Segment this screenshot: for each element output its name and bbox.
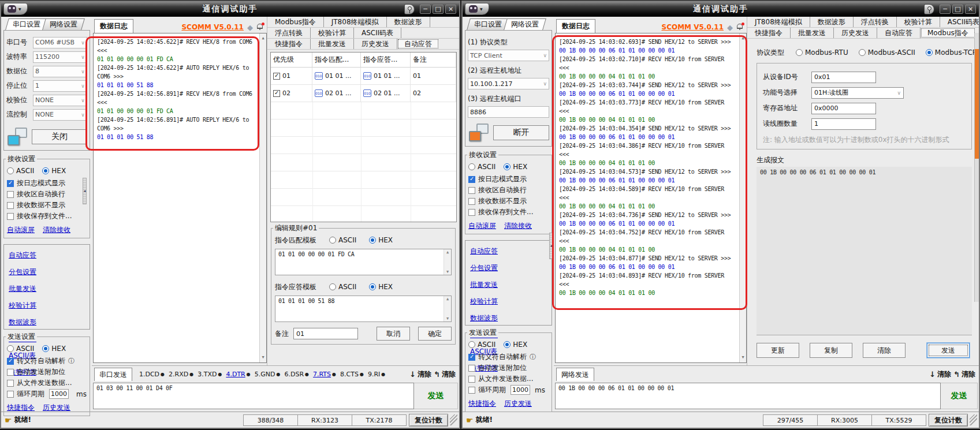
quick-link[interactable]: 数据波形: [9, 317, 41, 327]
panel-tab[interactable]: 快捷指令: [267, 39, 311, 49]
log-scrollbar[interactable]: ▲ ▼: [739, 33, 746, 362]
minimize-button[interactable]: ─: [940, 5, 951, 14]
template-scrollbar[interactable]: ▲▼: [444, 249, 451, 275]
tab-network-send[interactable]: 网络发送: [556, 368, 594, 382]
panel-tab[interactable]: 批量发送: [311, 39, 354, 49]
history-send-link[interactable]: 历史发送: [504, 399, 532, 409]
pin-icon[interactable]: [924, 4, 934, 14]
resize-grip[interactable]: [970, 414, 977, 425]
clear-button[interactable]: 清除: [863, 343, 906, 358]
panel-tab[interactable]: Modbus指令: [267, 17, 324, 27]
quick-command-link[interactable]: 快捷指令: [468, 399, 496, 409]
panel-tab[interactable]: 快捷指令: [747, 28, 791, 38]
panel-tab[interactable]: 浮点转换: [267, 28, 311, 38]
app-menu[interactable]: ▼: [3, 3, 28, 15]
cycle-period-input[interactable]: 1000: [49, 389, 69, 399]
scomm-version-link[interactable]: SCOMM V5.0.11: [181, 23, 244, 33]
panel-tab[interactable]: 历史发送: [834, 28, 877, 38]
note-input[interactable]: 01: [293, 328, 358, 339]
field-combo[interactable]: 1: [33, 80, 87, 92]
auto-scroll-link[interactable]: 自动滚屏: [468, 221, 496, 231]
radio-modbus-protocol[interactable]: Modbus-RTU: [796, 48, 848, 57]
quick-link[interactable]: 校验计算: [9, 301, 41, 311]
radio-modbus-protocol[interactable]: Modbus-TCP: [926, 48, 977, 57]
tab-network-settings[interactable]: 网络设置: [44, 18, 83, 30]
diamond-icon[interactable]: ◆: [727, 23, 733, 33]
recv-option-checkbox[interactable]: 接收区自动换行: [7, 189, 87, 200]
quick-link[interactable]: 分包设置: [470, 263, 502, 273]
minimize-button[interactable]: ─: [420, 5, 431, 14]
splitter-handle[interactable]: ◂: [83, 178, 87, 204]
radio-recv-ascii[interactable]: ASCII: [7, 167, 34, 175]
modbus-field-input[interactable]: 01H:读线圈: [811, 87, 904, 99]
tab-data-log[interactable]: 数据日志: [94, 19, 133, 33]
tab-serial-send[interactable]: 串口发送: [94, 368, 132, 382]
panel-scrollbar[interactable]: [974, 33, 979, 302]
scrollbar-thumb[interactable]: [975, 49, 979, 159]
send-option-checkbox[interactable]: 转义符自动解析ⓘ: [468, 352, 549, 362]
quick-link[interactable]: 分包设置: [9, 267, 41, 277]
diamond-icon[interactable]: ◆: [247, 23, 253, 33]
pin-icon[interactable]: [404, 4, 415, 14]
field-combo[interactable]: NONE: [33, 109, 87, 121]
radio-reply-hex[interactable]: HEX: [369, 283, 393, 291]
pin-indicator[interactable]: 9.RI●: [368, 371, 385, 378]
bell-icon[interactable]: [256, 23, 264, 32]
radio-match-ascii[interactable]: ASCII: [329, 236, 356, 244]
close-button[interactable]: ×: [965, 5, 976, 14]
cycle-checkbox[interactable]: 循环周期 1000 ms: [468, 384, 549, 395]
reply-template-input[interactable]: 01 01 01 00 51 88 ▲▼: [275, 296, 452, 322]
field-combo[interactable]: 115200: [33, 51, 87, 63]
send-button[interactable]: 发送: [941, 383, 978, 409]
quick-link[interactable]: 数据波形: [470, 313, 502, 323]
ok-button[interactable]: 确定: [418, 327, 452, 341]
maximize-button[interactable]: □: [952, 5, 963, 14]
radio-recv-hex[interactable]: HEX: [504, 163, 527, 171]
radio-send-ascii[interactable]: ASCII: [7, 345, 34, 353]
port-close-button[interactable]: 关闭: [32, 129, 87, 144]
tab-data-log[interactable]: 数据日志: [556, 19, 595, 33]
pin-indicator[interactable]: 5.GND●: [255, 371, 281, 378]
recv-option-checkbox[interactable]: 按日志模式显示: [468, 174, 549, 185]
field-combo[interactable]: 8: [33, 66, 87, 77]
clear-receive-link[interactable]: 清除接收: [43, 225, 70, 235]
titlebar[interactable]: ▼ 通信调试助手 ─ □ ×: [1, 2, 459, 17]
pin-indicator[interactable]: 8.CTS●: [340, 371, 364, 378]
clear-send-link[interactable]: ↓清除: [929, 369, 951, 379]
quick-link[interactable]: 自动应答: [9, 250, 41, 260]
copy-button[interactable]: 复制: [810, 343, 852, 358]
send-input[interactable]: 01 03 00 11 00 01 D4 0F: [93, 383, 414, 409]
panel-tab[interactable]: 数据波形: [387, 17, 430, 27]
template-scrollbar[interactable]: ▲▼: [444, 296, 451, 321]
remote-host-combo[interactable]: 10.100.1.217: [468, 78, 549, 89]
send-option-checkbox[interactable]: 自动发送附加位: [7, 367, 87, 377]
resize-grip[interactable]: [450, 414, 457, 425]
quick-link[interactable]: 校验计算: [470, 297, 502, 306]
quick-link[interactable]: 批量发送: [9, 284, 41, 294]
quick-link[interactable]: 自动应答: [470, 246, 502, 256]
recv-option-checkbox[interactable]: 接收保存到文件...: [468, 207, 549, 218]
connection-status-icon[interactable]: [6, 128, 27, 145]
panel-tab[interactable]: 浮点转换: [854, 17, 897, 27]
radio-recv-ascii[interactable]: ASCII: [468, 163, 495, 171]
panel-tab[interactable]: 自动应答: [877, 28, 921, 38]
tab-network-settings[interactable]: 网络设置: [505, 18, 545, 30]
rule-row[interactable]: 02 02 01 ... 02 01 ... 02: [271, 85, 456, 102]
close-button[interactable]: ×: [445, 5, 456, 14]
menu-dropdown-icon[interactable]: ▼: [18, 7, 21, 11]
bell-icon[interactable]: [736, 23, 744, 32]
modbus-field-input[interactable]: 1: [811, 118, 876, 130]
panel-tab[interactable]: ASCII码表: [940, 17, 979, 27]
panel-tab[interactable]: 校验计算: [311, 28, 354, 38]
auto-scroll-link[interactable]: 自动滚屏: [7, 225, 35, 235]
generated-message-box[interactable]: 00 1B 00 00 00 06 01 01 00 00 00 01: [757, 167, 972, 335]
rule-checkbox[interactable]: [273, 73, 280, 80]
send-input[interactable]: 00 1B 00 00 00 06 01 01 00 00 00 01: [555, 383, 941, 409]
radio-send-ascii[interactable]: ASCII: [468, 341, 495, 349]
cycle-checkbox[interactable]: 循环周期 1000 ms: [7, 388, 87, 399]
pin-indicator[interactable]: 6.DSR●: [284, 371, 309, 378]
clear-receive-link[interactable]: ↰清除: [953, 369, 975, 379]
reset-counter-button[interactable]: 复位计数: [929, 414, 968, 427]
maximize-button[interactable]: □: [433, 5, 444, 14]
quick-link[interactable]: 批量发送: [470, 280, 502, 290]
